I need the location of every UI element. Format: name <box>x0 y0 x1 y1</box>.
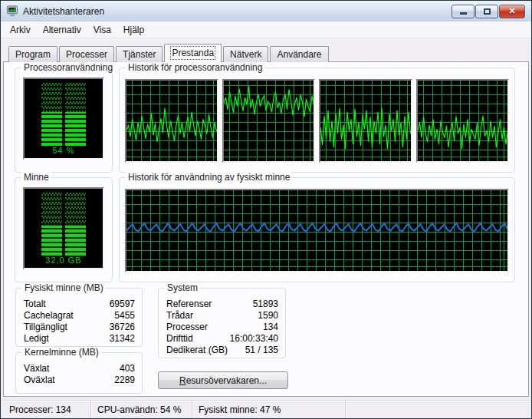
cpu-usage-group: Processoranvändning 54 % <box>15 68 113 173</box>
tab-prestanda[interactable]: Prestanda <box>164 44 222 62</box>
taskmanager-icon <box>6 5 18 17</box>
close-button[interactable]: ✕ <box>499 5 525 18</box>
cpu-usage-group-title: Processoranvändning <box>21 62 115 73</box>
tab-strip: Program Processer Tjänster Prestanda Nät… <box>3 38 529 61</box>
cpu-history-group-title: Historik för processoranvändning <box>126 62 264 73</box>
resource-monitor-button[interactable]: Resursövervakaren... <box>158 371 288 389</box>
kernel-row-ovaxlat: Oväxlat2289 <box>24 374 135 385</box>
maximize-icon <box>484 8 491 15</box>
physical-memory-group: Fysiskt minne (MB) Totalt69597 Cachelagr… <box>15 288 143 347</box>
tab-processer[interactable]: Processer <box>59 46 114 62</box>
tab-tjanster[interactable]: Tjänster <box>116 46 163 62</box>
status-physical-memory: Fysiskt minne: 47 % <box>192 401 346 418</box>
client-area: Arkiv Alternativ Visa Hjälp Program Proc… <box>1 21 531 418</box>
window-title: Aktivitetshanteraren <box>23 6 104 17</box>
physmem-row-tillgangligt: Tillgängligt36726 <box>24 321 135 332</box>
menu-hjalp[interactable]: Hjälp <box>117 23 150 37</box>
cpu-gauge-bars <box>41 83 86 146</box>
cpu-history-graph-core3 <box>319 79 412 163</box>
cpu-usage-value: 54 % <box>26 146 101 157</box>
taskmanager-window: Aktivitetshanteraren ✕ Arkiv Alternativ … <box>0 0 532 419</box>
memory-gauge: 32,0 GB <box>23 187 104 269</box>
system-row-drifttid: Drifttid16:00:33:40 <box>166 332 278 344</box>
memory-usage-value: 32,0 GB <box>26 256 101 267</box>
system-row-referenser: Referenser51893 <box>166 298 278 309</box>
menu-alternativ[interactable]: Alternativ <box>37 23 87 37</box>
close-icon: ✕ <box>508 6 515 16</box>
memory-history-group: Historik för användning av fysiskt minne <box>119 177 515 282</box>
system-row-processer: Processer134 <box>166 321 278 332</box>
system-group-title: System <box>165 282 200 293</box>
menu-visa[interactable]: Visa <box>87 23 117 37</box>
system-group: System Referenser51893 Trådar1590 Proces… <box>158 288 286 358</box>
physical-memory-group-title: Fysiskt minne (MB) <box>22 282 106 293</box>
tab-program[interactable]: Program <box>8 46 57 62</box>
memory-gauge-bars <box>41 193 86 256</box>
tab-natverk[interactable]: Nätverk <box>223 46 268 62</box>
memory-group: Minne 32,0 GB <box>15 177 113 282</box>
minimize-button[interactable] <box>452 5 475 18</box>
cpu-history-graph-core2 <box>222 79 316 163</box>
tab-anvandare[interactable]: Användare <box>270 46 328 62</box>
system-row-tradar: Trådar1590 <box>166 309 278 321</box>
status-spacer <box>346 401 529 418</box>
system-row-dedikerat: Dedikerat (GB)51 / 135 <box>166 344 278 355</box>
physmem-row-ledigt: Ledigt31342 <box>24 332 135 344</box>
kernel-row-vaxlat: Växlat403 <box>24 362 135 374</box>
cpu-history-graph-core1 <box>125 79 218 163</box>
memory-history-graph <box>125 189 509 272</box>
memory-group-title: Minne <box>21 172 51 183</box>
title-bar[interactable]: Aktivitetshanteraren ✕ <box>1 1 531 21</box>
cpu-history-group: Historik för processoranvändning <box>119 68 515 173</box>
menu-bar: Arkiv Alternativ Visa Hjälp <box>1 21 531 38</box>
status-cpu-usage: CPU-användn: 54 % <box>91 401 192 418</box>
minimize-icon <box>460 12 467 15</box>
maximize-button[interactable] <box>475 5 498 18</box>
kernel-memory-group-title: Kernelminne (MB) <box>22 347 101 358</box>
status-bar: Processer: 134 CPU-användn: 54 % Fysiskt… <box>3 400 529 418</box>
memory-history-group-title: Historik för användning av fysiskt minne <box>126 172 292 183</box>
physmem-row-cachelagrat: Cachelagrat5455 <box>24 309 135 321</box>
performance-tab-page: Processoranvändning 54 % Historik för pr… <box>3 61 529 397</box>
kernel-memory-group: Kernelminne (MB) Växlat403 Oväxlat2289 <box>15 352 143 394</box>
menu-arkiv[interactable]: Arkiv <box>4 23 37 37</box>
physmem-row-totalt: Totalt69597 <box>24 298 135 309</box>
cpu-usage-gauge: 54 % <box>23 78 104 160</box>
status-processes: Processer: 134 <box>3 401 91 418</box>
cpu-history-graph-core4 <box>416 79 510 163</box>
